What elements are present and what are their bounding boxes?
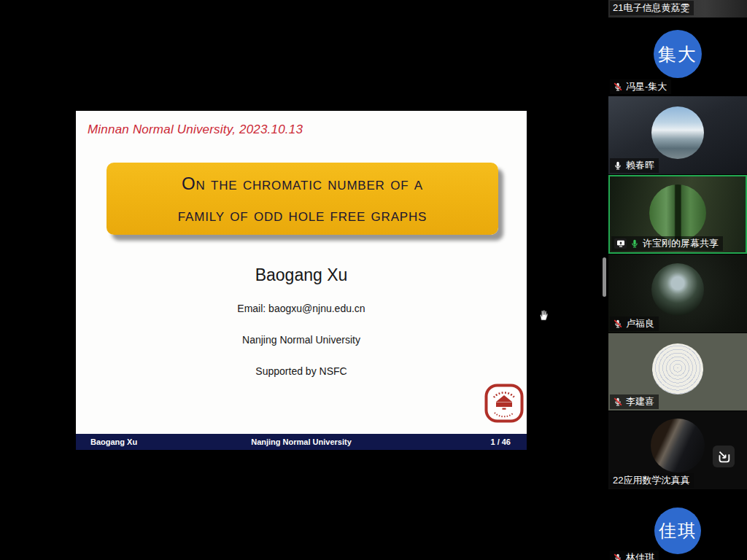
participant-name: 22应用数学沈真真 — [613, 475, 689, 486]
title-line-2: family of odd hole free graphs — [178, 199, 427, 230]
participant-name: 21电子信息黄荔雯 — [613, 2, 689, 14]
participant-tile[interactable]: 21电子信息黄荔雯 — [608, 0, 747, 18]
avatar — [649, 184, 706, 241]
participant-name: 赖春晖 — [626, 160, 654, 171]
participant-tile[interactable]: 22应用数学沈真真 — [608, 411, 747, 489]
shared-slide: Minnan Normal University, 2023.10.13 On … — [76, 111, 527, 450]
participant-name-label: 李建喜 — [610, 394, 659, 409]
footer-affiliation: Nanjing Normal University — [76, 438, 527, 446]
participant-tile[interactable]: 李建喜 — [608, 333, 747, 411]
university-seal-icon — [484, 384, 524, 423]
avatar — [651, 419, 705, 472]
participant-name: 冯星-集大 — [626, 81, 667, 93]
avatar-initials: 集大 — [658, 42, 697, 66]
venue-line: Minnan Normal University, 2023.10.13 — [88, 122, 303, 137]
participant-tile[interactable]: 集大 冯星-集大 — [608, 18, 747, 96]
mic-active-icon — [630, 238, 640, 249]
participant-tile[interactable]: 佳琪 林佳琪 — [608, 490, 747, 560]
avatar-initials: 佳琪 — [659, 519, 697, 542]
participant-tile[interactable]: 赖春晖 — [608, 96, 747, 174]
author-email: Email: baogxu@njnu.edu.cn — [76, 303, 527, 314]
mic-muted-icon — [613, 553, 623, 560]
mic-muted-icon — [613, 82, 623, 92]
author-name: Baogang Xu — [76, 265, 527, 285]
title-banner: On the chromatic number of a family of o… — [107, 163, 498, 235]
participant-name-label: 赖春晖 — [610, 158, 659, 173]
participant-name-label: 卢福良 — [610, 316, 659, 331]
participant-name-label: 林佳琪 — [610, 551, 659, 560]
avatar — [652, 343, 703, 394]
avatar — [651, 106, 704, 159]
slide-footer-bar: Baogang Xu Nanjing Normal University 1 /… — [76, 434, 527, 450]
participant-name: 许宝刚的屏幕共享 — [643, 238, 719, 249]
participant-name: 林佳琪 — [626, 552, 654, 560]
mic-on-icon — [613, 160, 623, 171]
mic-muted-icon — [613, 397, 623, 407]
participant-name: 李建喜 — [626, 396, 654, 408]
panel-scrollbar-thumb[interactable] — [603, 257, 606, 297]
affiliation: Nanjing Normal University — [76, 334, 527, 346]
avatar: 佳琪 — [654, 508, 701, 554]
avatar: 集大 — [654, 30, 702, 78]
funding-line: Supported by NSFC — [76, 365, 527, 377]
footer-page-number: 1 / 46 — [490, 438, 511, 446]
participant-name-label: 21电子信息黄荔雯 — [610, 1, 694, 15]
title-line-1: On the chromatic number of a — [182, 168, 423, 199]
avatar — [651, 263, 704, 316]
participants-panel: 21电子信息黄荔雯 集大 冯星-集大 — [608, 0, 747, 560]
participant-tile-active-speaker[interactable]: 许宝刚的屏幕共享 — [608, 175, 747, 254]
participant-name: 卢福良 — [626, 318, 654, 330]
pop-out-icon[interactable] — [713, 446, 735, 467]
hand-cursor-icon — [537, 308, 550, 322]
participant-tile[interactable]: 卢福良 — [608, 254, 747, 332]
participant-name-label: 22应用数学沈真真 — [610, 473, 694, 488]
participant-name-label: 冯星-集大 — [610, 79, 671, 94]
participant-name-label: 许宝刚的屏幕共享 — [611, 236, 723, 251]
mic-muted-icon — [613, 319, 623, 329]
screen-share-icon — [614, 238, 627, 249]
